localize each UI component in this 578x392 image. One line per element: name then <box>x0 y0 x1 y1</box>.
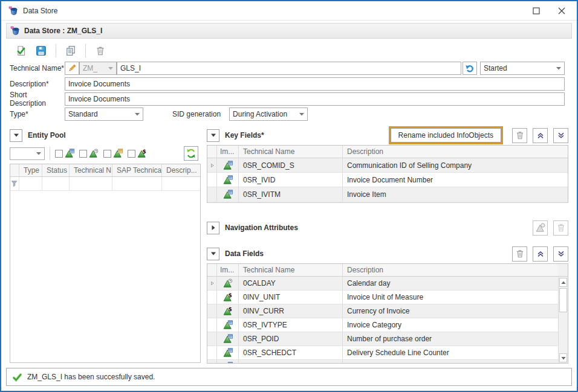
description-cell: Number of purchase order <box>343 332 558 345</box>
navigation-attributes-expand-button[interactable] <box>207 222 219 234</box>
maximize-button[interactable] <box>524 1 549 20</box>
data-fields-move-down-button[interactable] <box>553 246 568 262</box>
description-cell: Invoice Item <box>343 187 568 201</box>
row-expander-icon[interactable] <box>209 280 216 287</box>
description-cell: Communication ID of Selling Company <box>343 158 568 172</box>
unit-icon <box>137 149 147 158</box>
type-select[interactable]: Standard <box>65 108 143 121</box>
copy-button[interactable] <box>63 43 79 59</box>
characteristic-icon <box>223 334 233 344</box>
time-characteristic-checkbox[interactable] <box>79 150 87 158</box>
add-navigation-attribute-button[interactable] <box>533 220 548 236</box>
column-header-im[interactable]: Im... <box>217 264 239 276</box>
window-titlebar: Data Store <box>1 1 577 21</box>
key-fields-collapse-button[interactable] <box>207 129 219 142</box>
technical-name-input[interactable] <box>117 62 461 75</box>
table-row[interactable]: 0SR_SCHEDCT Delivery Schedule Line Count… <box>207 346 568 360</box>
chevron-down-icon <box>135 112 140 116</box>
filter-time-characteristic[interactable] <box>79 149 99 158</box>
close-button[interactable] <box>549 1 574 20</box>
activate-button[interactable] <box>13 43 29 59</box>
filter-cell-sap-technical-name[interactable] <box>112 177 162 190</box>
time-characteristic-icon <box>89 149 99 158</box>
column-header-status[interactable]: Status <box>42 164 70 176</box>
double-chevron-up-icon <box>536 130 545 140</box>
column-header-technical-name[interactable]: Technical Name <box>239 264 343 276</box>
scroll-down-button[interactable] <box>559 353 567 362</box>
column-header-description[interactable]: Description <box>343 264 558 276</box>
description-cell: Currency of Invoice <box>343 304 558 318</box>
filter-cell-status[interactable] <box>42 177 70 190</box>
short-description-input[interactable] <box>65 92 565 106</box>
column-header-im[interactable]: Im... <box>217 146 239 158</box>
scroll-up-button[interactable] <box>559 278 567 287</box>
save-button[interactable] <box>33 43 49 59</box>
table-row[interactable]: 0INV_CURR Currency of Invoice <box>207 304 568 318</box>
data-fields-collapse-button[interactable] <box>207 248 219 260</box>
entity-pool-table: Type Status Technical N... SAP Technical… <box>10 164 201 363</box>
characteristic-icon <box>223 190 233 199</box>
refresh-button[interactable] <box>184 146 198 161</box>
scroll-thumb[interactable] <box>559 288 567 312</box>
rename-included-infoobjects-button[interactable]: Rename included InfoObjects <box>391 128 501 143</box>
catalog-icon <box>113 149 123 158</box>
object-status-select[interactable]: Started <box>480 62 565 75</box>
delete-button[interactable] <box>93 43 108 59</box>
row-expander-icon[interactable] <box>209 162 216 169</box>
filter-characteristic[interactable] <box>55 149 74 158</box>
table-row[interactable]: 0INV_UNIT Invoice Unit of Measure <box>207 291 568 304</box>
short-description-row: Short Description <box>10 92 565 106</box>
chevron-down-icon <box>13 133 19 138</box>
description-cell: Invoice Category <box>343 318 558 332</box>
catalog-checkbox[interactable] <box>103 150 111 158</box>
characteristic-icon <box>65 149 74 158</box>
description-label: Description* <box>10 80 65 88</box>
table-row[interactable]: 0SR_IVTYPE Invoice Category <box>207 318 568 332</box>
data-fields-delete-button[interactable] <box>512 246 527 262</box>
technical-name-cell: 0SR_IVTYPE <box>239 318 343 332</box>
filter-cell-type[interactable] <box>19 177 42 190</box>
datastore-icon <box>8 6 18 16</box>
double-chevron-down-icon <box>556 249 566 259</box>
filter-cell-technical-name[interactable] <box>70 177 112 190</box>
data-fields-move-up-button[interactable] <box>533 246 548 262</box>
table-row[interactable]: 0SR_IVITM Invoice Item <box>207 187 568 202</box>
column-header-type[interactable]: Type <box>19 164 42 176</box>
table-row[interactable]: 0SR_COMID_S Communication ID of Selling … <box>207 158 568 173</box>
success-check-icon <box>13 373 22 382</box>
double-chevron-up-icon <box>536 249 545 259</box>
key-fields-move-up-button[interactable] <box>533 128 548 143</box>
characteristic-checkbox[interactable] <box>55 150 63 158</box>
navigation-attributes-delete-button[interactable] <box>553 220 568 236</box>
sid-generation-select[interactable]: During Activation <box>229 108 308 121</box>
filter-catalog[interactable] <box>103 149 123 158</box>
key-fields-delete-button[interactable] <box>512 128 527 143</box>
table-row[interactable]: 0CALDAY Calendar day <box>207 277 568 291</box>
vertical-scrollbar[interactable] <box>558 277 568 363</box>
chevron-down-icon <box>108 66 113 70</box>
description-cell: Delivery Schedule Line Counter <box>343 346 558 359</box>
table-row[interactable]: 0SR_POID Number of purchase order <box>207 332 568 346</box>
entity-pool-collapse-button[interactable] <box>10 129 22 142</box>
filter-unit[interactable] <box>128 149 147 158</box>
column-header-sap-technical-name[interactable]: SAP Technical ... <box>112 164 162 176</box>
edit-name-button[interactable] <box>65 62 79 75</box>
unit-checkbox[interactable] <box>128 150 135 158</box>
table-row-partial[interactable] <box>207 360 568 364</box>
technical-name-cell: 0SR_IVITM <box>239 187 343 201</box>
entity-type-select[interactable] <box>10 147 45 160</box>
column-header-technical-name[interactable]: Technical Name <box>239 146 343 158</box>
navigation-attributes-title: Navigation Attributes <box>225 223 298 232</box>
column-header-description[interactable]: Description <box>343 146 568 158</box>
activate-check-icon <box>16 45 27 56</box>
column-header-technical-name[interactable]: Technical N... <box>70 164 112 176</box>
description-input[interactable] <box>65 77 565 91</box>
undo-button[interactable] <box>463 62 477 75</box>
filter-cell-description[interactable] <box>162 177 200 190</box>
characteristic-icon <box>223 320 233 330</box>
table-row[interactable]: 0SR_IVID Invoice Document Number <box>207 173 568 187</box>
column-header-blank[interactable] <box>10 164 19 176</box>
column-header-description[interactable]: Descrip... <box>162 164 200 176</box>
prefix-select[interactable]: ZM_ <box>79 62 117 75</box>
key-fields-move-down-button[interactable] <box>553 128 568 143</box>
